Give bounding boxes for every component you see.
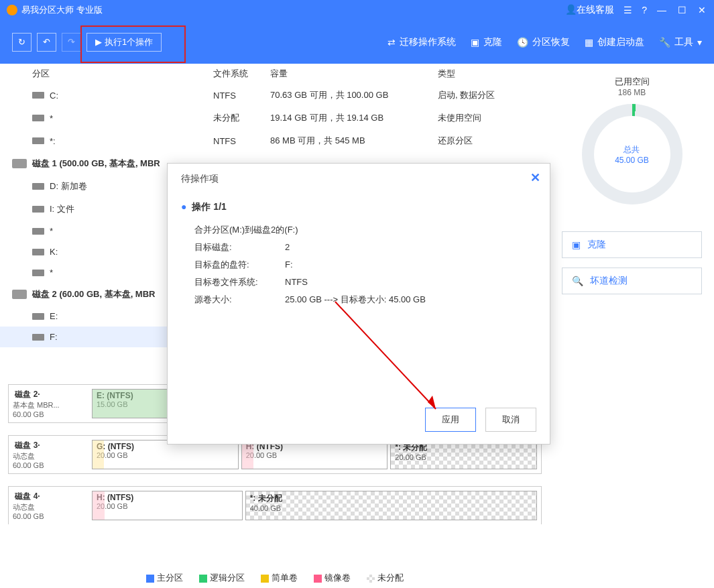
partition-row[interactable]: *未分配19.14 GB 可用，共 19.14 GB未使用空间 bbox=[0, 107, 550, 129]
side-panel: 已用空间 186 MB 总共45.00 GB ▣克隆 🔍坏道检测 bbox=[550, 64, 714, 568]
clone-icon: ▣ bbox=[572, 239, 581, 250]
disk-icon bbox=[12, 290, 27, 299]
partition-icon bbox=[32, 249, 44, 255]
execute-button[interactable]: ▶ 执行1个操作 bbox=[86, 33, 162, 52]
donut-title: 已用空间 bbox=[562, 76, 702, 88]
recover-button[interactable]: 🕓分区恢复 bbox=[517, 36, 570, 48]
recover-icon: 🕓 bbox=[517, 37, 528, 48]
columns-header: 分区 文件系统 容量 类型 bbox=[0, 64, 550, 84]
partition-icon bbox=[32, 183, 44, 190]
col-capacity: 容量 bbox=[270, 68, 438, 80]
operation-title: 操作 1/1 bbox=[181, 201, 536, 213]
col-type: 类型 bbox=[438, 68, 545, 80]
titlebar: 易我分区大师 专业版 👤在线客服 ☰ ? — ☐ ✕ bbox=[0, 0, 714, 20]
apply-button[interactable]: 应用 bbox=[425, 408, 476, 432]
toolbar: ↻ ↶ ↷ ▶ 执行1个操作 ⇄迁移操作系统 ▣克隆 🕓分区恢复 ▦创建启动盘 … bbox=[0, 20, 714, 64]
col-partition: 分区 bbox=[32, 68, 213, 80]
disk-bar[interactable]: 磁盘 4·动态盘60.00 GB H: (NTFS)20.00 GB *: 未分… bbox=[8, 486, 542, 524]
legend: 主分区 逻辑分区 简单卷 镜像卷 未分配 bbox=[0, 572, 550, 584]
partition-icon bbox=[32, 334, 44, 341]
donut-used: 186 MB bbox=[562, 88, 702, 97]
partition-icon bbox=[32, 270, 44, 276]
migrate-icon: ⇄ bbox=[388, 37, 396, 48]
tools-button[interactable]: 🔧工具 ▾ bbox=[659, 36, 702, 48]
partition-icon bbox=[32, 228, 44, 235]
cancel-button[interactable]: 取消 bbox=[485, 408, 536, 432]
dialog-close-icon[interactable]: ✕ bbox=[530, 170, 540, 185]
support-link[interactable]: 👤在线客服 bbox=[565, 4, 614, 16]
partition-row[interactable]: *:NTFS86 MB 可用，共 545 MB还原分区 bbox=[0, 129, 550, 152]
refresh-button[interactable]: ↻ bbox=[12, 33, 32, 52]
bootdisk-button[interactable]: ▦创建启动盘 bbox=[585, 36, 644, 48]
close-button[interactable]: ✕ bbox=[697, 5, 707, 15]
scan-icon: 🔍 bbox=[572, 276, 583, 286]
side-badtrack-button[interactable]: 🔍坏道检测 bbox=[562, 268, 702, 294]
side-clone-button[interactable]: ▣克隆 bbox=[562, 231, 702, 258]
redo-button[interactable]: ↷ bbox=[62, 33, 81, 52]
migrate-os-button[interactable]: ⇄迁移操作系统 bbox=[388, 36, 456, 48]
clone-icon: ▣ bbox=[471, 37, 479, 48]
app-title: 易我分区大师 专业版 bbox=[21, 4, 565, 16]
dialog-title: 待操作项 bbox=[181, 173, 536, 185]
col-fs: 文件系统 bbox=[213, 68, 270, 80]
tools-icon: 🔧 bbox=[659, 37, 670, 48]
pending-dialog: ✕ 待操作项 操作 1/1 合并分区(M:)到磁盘2的(F:) 目标磁盘:2 目… bbox=[167, 163, 550, 445]
partition-icon bbox=[32, 137, 44, 144]
clone-button[interactable]: ▣克隆 bbox=[471, 36, 502, 48]
undo-button[interactable]: ↶ bbox=[37, 33, 56, 52]
partition-icon bbox=[32, 92, 44, 99]
partition-icon bbox=[32, 206, 44, 213]
partition-icon bbox=[32, 115, 44, 121]
app-logo-icon bbox=[7, 5, 17, 15]
help-icon[interactable]: ? bbox=[642, 5, 647, 15]
maximize-button[interactable]: ☐ bbox=[676, 5, 687, 15]
minimize-button[interactable]: — bbox=[656, 5, 667, 15]
list-icon[interactable]: ☰ bbox=[623, 5, 632, 15]
bootdisk-icon: ▦ bbox=[585, 37, 593, 48]
partition-icon bbox=[32, 313, 44, 320]
operation-detail: 合并分区(M:)到磁盘2的(F:) 目标磁盘:2 目标盘的盘符:F: 目标卷文件… bbox=[194, 221, 536, 308]
partition-row[interactable]: C:NTFS70.63 GB 可用，共 100.00 GB启动, 数据分区 bbox=[0, 84, 550, 107]
usage-donut: 总共45.00 GB bbox=[582, 104, 682, 204]
disk-icon bbox=[12, 159, 27, 168]
